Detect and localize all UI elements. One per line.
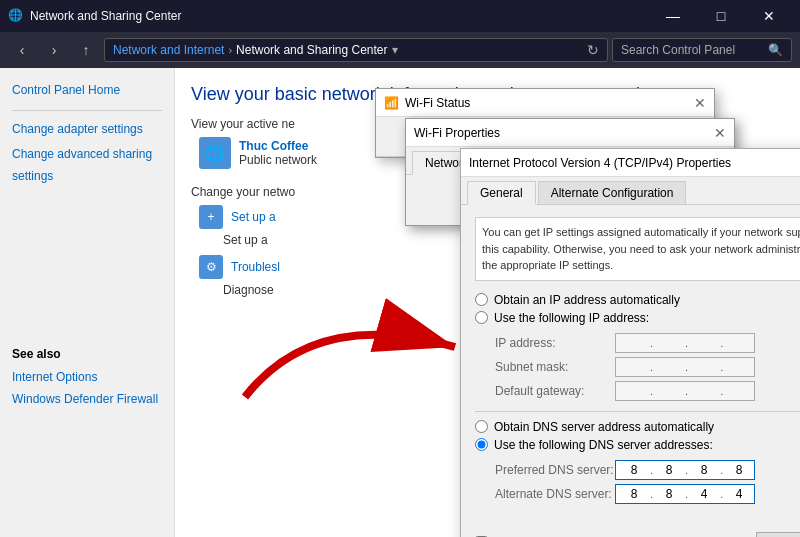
app-icon: 🌐	[8, 8, 24, 24]
ip-octet-2[interactable]	[655, 336, 683, 350]
ip-octet-4[interactable]	[725, 336, 753, 350]
alternate-dns-4[interactable]	[725, 487, 753, 501]
close-button[interactable]: ✕	[746, 0, 792, 32]
alternate-dns-1[interactable]	[620, 487, 648, 501]
ip-octet-3[interactable]	[690, 336, 718, 350]
ip-address-fields: IP address: . . . Subnet mask:	[495, 333, 800, 401]
address-bar[interactable]: Network and Internet › Network and Shari…	[104, 38, 608, 62]
refresh-icon[interactable]: ↻	[587, 42, 599, 58]
ip-address-row: IP address: . . .	[495, 333, 800, 353]
alternate-dns-input[interactable]: . . .	[615, 484, 755, 504]
advanced-button[interactable]: Advanced...	[756, 532, 800, 538]
tcp-tab-general[interactable]: General	[467, 181, 536, 205]
wifi-props-close[interactable]: ✕	[714, 125, 726, 141]
subnet-octet-2[interactable]	[655, 360, 683, 374]
sidebar-change-adapter[interactable]: Change adapter settings	[12, 119, 162, 141]
search-placeholder: Search Control Panel	[621, 43, 764, 57]
tcp-title-bar: Internet Protocol Version 4 (TCP/IPv4) P…	[461, 149, 800, 177]
tcp-description: You can get IP settings assigned automat…	[475, 217, 800, 281]
dns-radio-group: Obtain DNS server address automatically …	[475, 420, 800, 452]
auto-dns-label[interactable]: Obtain DNS server address automatically	[475, 420, 800, 434]
wifi-status-icon: 📶	[384, 96, 399, 110]
network-details: Thuc Coffee Public network	[239, 139, 317, 167]
setup-icon: +	[199, 205, 223, 229]
preferred-dns-input[interactable]: . . .	[615, 460, 755, 480]
section-divider	[475, 411, 800, 412]
title-bar-title: Network and Sharing Center	[30, 9, 650, 23]
troubleshoot-link[interactable]: Troublesl	[231, 260, 280, 274]
address-separator: ›	[228, 44, 232, 56]
see-also-title: See also	[12, 347, 162, 361]
sidebar: Control Panel Home Change adapter settin…	[0, 68, 175, 537]
content-area: View your basic network information and …	[175, 68, 800, 537]
alternate-dns-3[interactable]	[690, 487, 718, 501]
preferred-dns-4[interactable]	[725, 463, 753, 477]
subnet-mask-input[interactable]: . . .	[615, 357, 755, 377]
subnet-octet-3[interactable]	[690, 360, 718, 374]
preferred-dns-row: Preferred DNS server: . . .	[495, 460, 800, 480]
setup-link[interactable]: Set up a	[231, 210, 276, 224]
sidebar-control-panel-home[interactable]: Control Panel Home	[12, 80, 162, 102]
tcp-tab-alternate[interactable]: Alternate Configuration	[538, 181, 687, 204]
tcp-tabs: General Alternate Configuration	[461, 177, 800, 205]
wifi-props-title: Wi-Fi Properties	[414, 126, 714, 140]
alternate-dns-2[interactable]	[655, 487, 683, 501]
gateway-octet-3[interactable]	[690, 384, 718, 398]
search-icon: 🔍	[768, 43, 783, 57]
gateway-row: Default gateway: . . .	[495, 381, 800, 401]
alternate-dns-label: Alternate DNS server:	[495, 487, 615, 501]
forward-button[interactable]: ›	[40, 36, 68, 64]
alternate-dns-row: Alternate DNS server: . . .	[495, 484, 800, 504]
wifi-status-title-bar: 📶 Wi-Fi Status ✕	[376, 89, 714, 117]
preferred-dns-3[interactable]	[690, 463, 718, 477]
gateway-octet-4[interactable]	[725, 384, 753, 398]
address-part-2: Network and Sharing Center	[236, 43, 387, 57]
tcp-dialog: Internet Protocol Version 4 (TCP/IPv4) P…	[460, 148, 800, 537]
window-controls: — □ ✕	[650, 0, 792, 32]
sidebar-internet-options[interactable]: Internet Options	[12, 367, 162, 389]
subnet-octet-4[interactable]	[725, 360, 753, 374]
address-part-1: Network and Internet	[113, 43, 224, 57]
preferred-dns-2[interactable]	[655, 463, 683, 477]
up-button[interactable]: ↑	[72, 36, 100, 64]
sidebar-defender-firewall[interactable]: Windows Defender Firewall	[12, 389, 162, 411]
wifi-status-close[interactable]: ✕	[694, 95, 706, 111]
troubleshoot-icon: ⚙	[199, 255, 223, 279]
maximize-button[interactable]: □	[698, 0, 744, 32]
manual-dns-label[interactable]: Use the following DNS server addresses:	[475, 438, 800, 452]
gateway-label: Default gateway:	[495, 384, 615, 398]
preferred-dns-label: Preferred DNS server:	[495, 463, 615, 477]
back-button[interactable]: ‹	[8, 36, 36, 64]
address-dropdown-icon[interactable]: ▾	[392, 43, 398, 57]
gateway-octet-1[interactable]	[620, 384, 648, 398]
gateway-input[interactable]: . . .	[615, 381, 755, 401]
wifi-status-title: Wi-Fi Status	[405, 96, 470, 110]
preferred-dns-1[interactable]	[620, 463, 648, 477]
ip-address-input[interactable]: . . .	[615, 333, 755, 353]
ip-radio-group: Obtain an IP address automatically Use t…	[475, 293, 800, 325]
subnet-mask-row: Subnet mask: . . .	[495, 357, 800, 377]
validate-row: Validate settings upon exit Advanced...	[461, 526, 800, 538]
manual-ip-radio[interactable]	[475, 311, 488, 324]
gateway-octet-2[interactable]	[655, 384, 683, 398]
sidebar-change-advanced[interactable]: Change advanced sharing settings	[12, 144, 162, 187]
auto-ip-radio[interactable]	[475, 293, 488, 306]
subnet-octet-1[interactable]	[620, 360, 648, 374]
ip-address-label: IP address:	[495, 336, 615, 350]
auto-dns-radio[interactable]	[475, 420, 488, 433]
minimize-button[interactable]: —	[650, 0, 696, 32]
subnet-mask-label: Subnet mask:	[495, 360, 615, 374]
wifi-props-title-bar: Wi-Fi Properties ✕	[406, 119, 734, 147]
network-name[interactable]: Thuc Coffee	[239, 139, 317, 153]
manual-dns-radio[interactable]	[475, 438, 488, 451]
network-type: Public network	[239, 153, 317, 167]
main-content: Control Panel Home Change adapter settin…	[0, 68, 800, 537]
network-icon: 🌐	[199, 137, 231, 169]
nav-bar: ‹ › ↑ Network and Internet › Network and…	[0, 32, 800, 68]
search-box[interactable]: Search Control Panel 🔍	[612, 38, 792, 62]
manual-ip-label[interactable]: Use the following IP address:	[475, 311, 800, 325]
dns-address-fields: Preferred DNS server: . . . Alternate	[495, 460, 800, 504]
title-bar: 🌐 Network and Sharing Center — □ ✕	[0, 0, 800, 32]
auto-ip-label[interactable]: Obtain an IP address automatically	[475, 293, 800, 307]
ip-octet-1[interactable]	[620, 336, 648, 350]
